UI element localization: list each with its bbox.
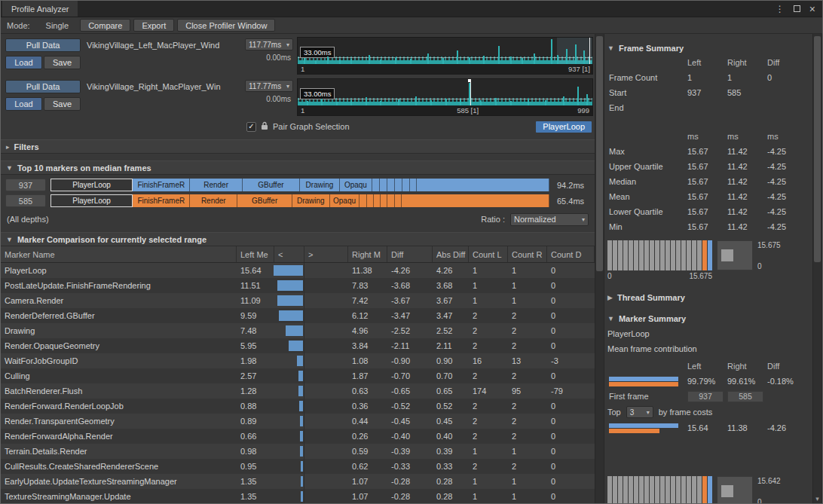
column-header[interactable]: Right M [348, 246, 387, 262]
marker-segment[interactable] [402, 194, 549, 207]
table-row[interactable]: EarlyUpdate.UpdateTextureStreamingManage… [1, 474, 595, 489]
filters-section-header[interactable]: ▸ Filters [1, 139, 595, 154]
table-row[interactable]: Terrain.Details.Render0.980.59-0.390.391… [1, 444, 595, 459]
column-header[interactable]: < [274, 246, 304, 262]
save-button-left[interactable]: Save [44, 56, 81, 69]
left-diff-bar-cell [274, 414, 304, 429]
marker-segment[interactable]: Drawing [300, 179, 340, 191]
graph-plot-area-left[interactable]: 33.00ms [298, 38, 592, 64]
column-header[interactable]: Abs Diff [433, 246, 469, 262]
table-row[interactable]: WaitForJobGroupID1.981.08-0.900.901613-3 [1, 353, 595, 368]
table-row[interactable]: Camera.Render11.097.42-3.673.67110 [1, 293, 595, 308]
frame-time-graph-right[interactable]: 33.00ms 1 585 [1] 999 [297, 78, 593, 116]
marker-segment[interactable]: PlayerLoop [50, 179, 133, 191]
frame-summary-header[interactable]: ▼ Frame Summary [607, 41, 812, 55]
marker-segment[interactable] [417, 179, 549, 191]
column-header[interactable]: > [304, 246, 348, 262]
thread-summary-header[interactable]: ▶ Thread Summary [607, 291, 812, 304]
left-median-cell: 0.98 [237, 447, 274, 456]
range-dropdown-right[interactable]: 117.77ms ▾ [245, 80, 293, 92]
marker-segment[interactable]: Drawing [292, 194, 330, 207]
ratio-dropdown[interactable]: Normalized ▾ [510, 213, 589, 226]
marker-segment[interactable] [410, 179, 418, 191]
mode-compare-button[interactable]: Compare [80, 19, 130, 32]
marker-segment[interactable]: FinishFrameR [133, 179, 190, 191]
comparison-section-header[interactable]: ▼ Marker Comparison for currently select… [1, 232, 595, 246]
top-markers-section-header[interactable]: ▼ Top 10 markers on median frames [1, 160, 595, 175]
marker-segment[interactable] [395, 194, 402, 207]
marker-segment[interactable] [359, 194, 366, 207]
marker-segment[interactable] [381, 194, 387, 207]
pair-graph-checkbox[interactable]: ✓ [246, 122, 256, 132]
selected-marker-chip[interactable]: PlayerLoop [536, 121, 592, 133]
tab-profile-analyzer[interactable]: Profile Analyzer [2, 1, 78, 17]
table-row[interactable]: RenderDeferred.GBuffer9.596.12-3.473.472… [1, 308, 595, 323]
column-header[interactable]: Left Me [237, 246, 274, 262]
close-profiler-window-button[interactable]: Close Profiler Window [177, 19, 275, 32]
frame-time-graph-left[interactable]: 33.00ms 1 937 [1] [297, 37, 593, 75]
marker-segment[interactable]: GBuffer [243, 179, 300, 191]
table-row[interactable]: RenderForward.RenderLoopJob0.880.36-0.52… [1, 399, 595, 414]
marker-segment[interactable]: PlayerLoop [50, 194, 133, 207]
marker-segment[interactable]: Render [190, 179, 243, 191]
load-button-left[interactable]: Load [5, 56, 42, 69]
marker-summary-header[interactable]: ▼ Marker Summary [607, 312, 812, 325]
column-header[interactable]: Diff [387, 246, 433, 262]
column-header[interactable]: Count R [508, 246, 547, 262]
close-icon[interactable]: × [809, 4, 815, 14]
pull-data-button-left[interactable]: Pull Data [5, 38, 81, 52]
load-button-right[interactable]: Load [5, 97, 42, 111]
frame-index-chip[interactable]: 937 [5, 179, 46, 191]
lock-icon[interactable] [261, 121, 268, 132]
mode-single-button[interactable]: Single [38, 19, 78, 32]
marker-segment[interactable] [402, 179, 410, 191]
summary-scrollbar[interactable]: ▾ [812, 34, 822, 503]
table-row[interactable]: CullResults.CreateSharedRendererScene0.9… [1, 459, 595, 474]
marker-segment[interactable]: Render [190, 194, 237, 207]
marker-segment[interactable] [387, 194, 394, 207]
table-row[interactable]: Drawing7.484.96-2.522.52220 [1, 323, 595, 338]
column-header[interactable]: Count L [469, 246, 508, 262]
pull-data-button-right[interactable]: Pull Data [5, 80, 81, 93]
first-frame-left-button[interactable]: 937 [687, 391, 724, 402]
right-median-cell: 11.38 [348, 266, 387, 275]
marker-segment[interactable]: GBuffer [237, 194, 292, 207]
export-button[interactable]: Export [133, 19, 174, 32]
table-row[interactable]: RenderForwardAlpha.Render0.660.26-0.400.… [1, 429, 595, 444]
table-row[interactable]: Culling2.571.87-0.700.70220 [1, 368, 595, 383]
table-row[interactable]: PlayerLoop15.6411.38-4.264.26110 [1, 263, 595, 278]
table-row[interactable]: Render.TransparentGeometry0.890.44-0.450… [1, 414, 595, 429]
marker-segment[interactable] [380, 179, 387, 191]
top-n-dropdown[interactable]: 3 ▾ [626, 406, 653, 418]
waveform-spike [366, 97, 367, 105]
range-dropdown-left[interactable]: 117.77ms ▾ [245, 38, 293, 50]
right-col-header: Right [726, 362, 766, 371]
scrollbar-thumb[interactable] [814, 36, 821, 262]
scrollbar-thumb[interactable] [596, 36, 603, 271]
summary-row: Max15.6711.42-4.25 [607, 144, 812, 159]
marker-segment[interactable] [367, 194, 374, 207]
scroll-down-icon[interactable]: ▾ [813, 495, 821, 502]
maximize-icon[interactable] [794, 5, 800, 12]
marker-segment[interactable]: Opaqu [340, 179, 372, 191]
main-scrollbar[interactable] [595, 34, 604, 503]
first-frame-right-button[interactable]: 585 [727, 391, 763, 402]
graph-plot-area-right[interactable]: 33.00ms [298, 79, 592, 105]
marker-segment[interactable]: FinishFrameR [133, 194, 190, 207]
table-row[interactable]: PostLateUpdate.FinishFrameRendering11.51… [1, 278, 595, 293]
marker-summary-col-headers: Left Right Diff [607, 359, 812, 374]
marker-segment[interactable] [387, 179, 395, 191]
frame-index-chip[interactable]: 585 [5, 194, 46, 207]
marker-segment[interactable] [374, 194, 381, 207]
marker-segment[interactable] [395, 179, 402, 191]
table-row[interactable]: BatchRenderer.Flush1.280.63-0.650.651749… [1, 383, 595, 399]
column-header[interactable]: Marker Name [1, 246, 237, 262]
table-row[interactable]: TextureStreamingManager.Update1.351.07-0… [1, 489, 595, 503]
marker-segment[interactable] [372, 179, 380, 191]
marker-segment[interactable]: Opaqu [330, 194, 360, 207]
offset-value-left: 0.00ms [266, 53, 293, 62]
table-row[interactable]: Render.OpaqueGeometry5.953.84-2.112.1122… [1, 338, 595, 353]
menu-icon[interactable]: ⋮ [776, 4, 785, 14]
column-header[interactable]: Count D [547, 246, 595, 262]
save-button-right[interactable]: Save [44, 97, 81, 111]
